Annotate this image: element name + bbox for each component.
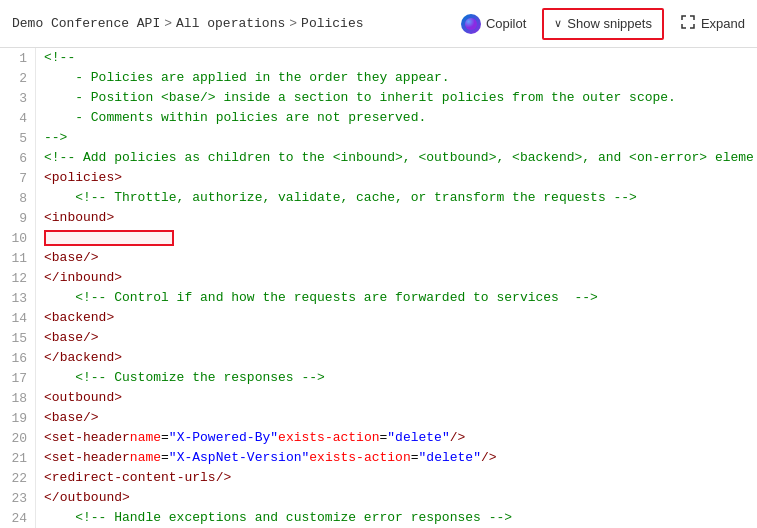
code-line-16: </backend> <box>44 348 757 368</box>
copilot-button[interactable]: Copilot <box>461 14 526 34</box>
code-editor[interactable]: 1234567891011121314151617181920212223242… <box>0 48 757 528</box>
line-num-23: 23 <box>0 488 35 508</box>
code-line-20: <set-header name="X-Powered-By" exists-a… <box>44 428 757 448</box>
chevron-down-icon: ∨ <box>554 17 562 30</box>
line-num-22: 22 <box>0 468 35 488</box>
code-line-11: <base /> <box>44 248 757 268</box>
line-num-18: 18 <box>0 388 35 408</box>
header-actions: Copilot ∨ Show snippets Expand <box>461 8 745 40</box>
line-num-9: 9 <box>0 208 35 228</box>
line-num-2: 2 <box>0 68 35 88</box>
breadcrumb-sep2: > <box>289 16 297 31</box>
code-line-1: <!-- <box>44 48 757 68</box>
breadcrumb-part1: Demo Conference API <box>12 16 160 31</box>
line-num-19: 19 <box>0 408 35 428</box>
code-line-13: <!-- Control if and how the requests are… <box>44 288 757 308</box>
show-snippets-label: Show snippets <box>567 16 652 31</box>
code-line-23: </outbound> <box>44 488 757 508</box>
line-num-3: 3 <box>0 88 35 108</box>
line-num-11: 11 <box>0 248 35 268</box>
line-num-21: 21 <box>0 448 35 468</box>
code-line-14: <backend> <box>44 308 757 328</box>
code-line-2: - Policies are applied in the order they… <box>44 68 757 88</box>
code-line-10 <box>44 228 757 248</box>
code-line-7: <policies> <box>44 168 757 188</box>
line-num-5: 5 <box>0 128 35 148</box>
code-line-19: <base /> <box>44 408 757 428</box>
line-num-16: 16 <box>0 348 35 368</box>
expand-button[interactable]: Expand <box>680 14 745 33</box>
line-num-4: 4 <box>0 108 35 128</box>
breadcrumb-part3: Policies <box>301 16 363 31</box>
line-num-10: 10 <box>0 228 35 248</box>
code-line-8: <!-- Throttle, authorize, validate, cach… <box>44 188 757 208</box>
code-line-18: <outbound> <box>44 388 757 408</box>
code-line-12: </inbound> <box>44 268 757 288</box>
code-line-6: <!-- Add policies as children to the <in… <box>44 148 757 168</box>
code-line-5: --> <box>44 128 757 148</box>
show-snippets-button[interactable]: ∨ Show snippets <box>542 8 664 40</box>
code-line-3: - Position <base/> inside a section to i… <box>44 88 757 108</box>
code-line-15: <base /> <box>44 328 757 348</box>
copilot-label: Copilot <box>486 16 526 31</box>
code-line-24: <!-- Handle exceptions and customize err… <box>44 508 757 528</box>
line-num-12: 12 <box>0 268 35 288</box>
expand-label: Expand <box>701 16 745 31</box>
line-num-8: 8 <box>0 188 35 208</box>
breadcrumb-part2: All operations <box>176 16 285 31</box>
line-num-14: 14 <box>0 308 35 328</box>
svg-point-0 <box>465 18 477 30</box>
breadcrumb: Demo Conference API > All operations > P… <box>12 16 364 31</box>
code-area[interactable]: <!-- - Policies are applied in the order… <box>36 48 757 528</box>
expand-icon <box>680 14 696 33</box>
line-num-13: 13 <box>0 288 35 308</box>
header: Demo Conference API > All operations > P… <box>0 0 757 48</box>
line-num-7: 7 <box>0 168 35 188</box>
breadcrumb-sep1: > <box>164 16 172 31</box>
code-line-21: <set-header name="X-AspNet-Version" exis… <box>44 448 757 468</box>
code-line-9: <inbound> <box>44 208 757 228</box>
line-num-17: 17 <box>0 368 35 388</box>
code-line-17: <!-- Customize the responses --> <box>44 368 757 388</box>
line-num-15: 15 <box>0 328 35 348</box>
line-num-24: 24 <box>0 508 35 528</box>
code-line-4: - Comments within policies are not prese… <box>44 108 757 128</box>
line-num-20: 20 <box>0 428 35 448</box>
selection-highlight <box>44 230 174 246</box>
line-numbers: 1234567891011121314151617181920212223242… <box>0 48 36 528</box>
copilot-icon <box>461 14 481 34</box>
line-num-1: 1 <box>0 48 35 68</box>
code-line-22: <redirect-content-urls /> <box>44 468 757 488</box>
line-num-6: 6 <box>0 148 35 168</box>
